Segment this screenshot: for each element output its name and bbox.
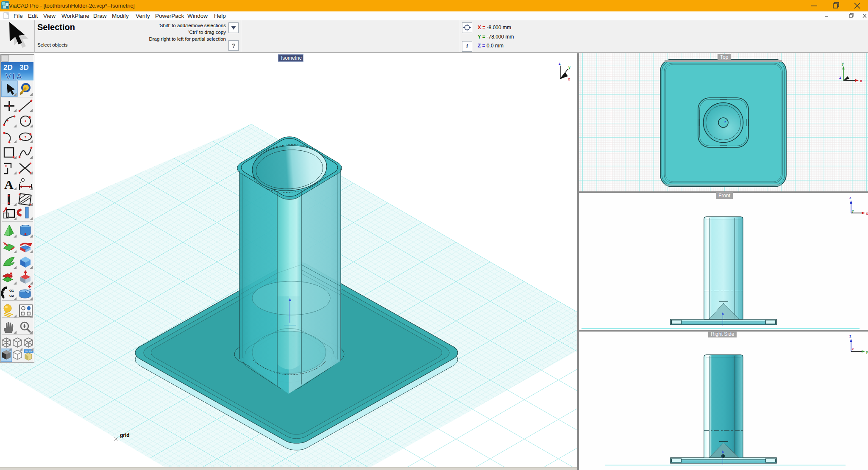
svg-text:x: x: [852, 347, 854, 351]
svg-text:G1: G1: [9, 289, 14, 293]
svg-text:x: x: [866, 211, 868, 216]
svg-text:y: y: [568, 65, 570, 69]
svg-text:VIA: VIA: [6, 72, 23, 81]
svg-text:z: z: [559, 61, 561, 66]
svg-text:3D: 3D: [19, 64, 29, 72]
svg-text:G2: G2: [9, 294, 14, 298]
svg-text:z: z: [849, 196, 851, 200]
svg-text:y: y: [852, 209, 854, 213]
svg-text:z: z: [839, 75, 841, 80]
svg-text:y: y: [842, 61, 844, 66]
svg-text:z: z: [849, 334, 851, 338]
svg-text:y: y: [866, 350, 868, 354]
svg-text:A: A: [4, 177, 14, 191]
svg-text:grid: grid: [120, 432, 130, 438]
svg-text:x: x: [860, 79, 862, 83]
svg-text:x: x: [568, 77, 570, 81]
svg-text:2D: 2D: [3, 64, 13, 72]
svg-text:z: z: [724, 120, 726, 124]
